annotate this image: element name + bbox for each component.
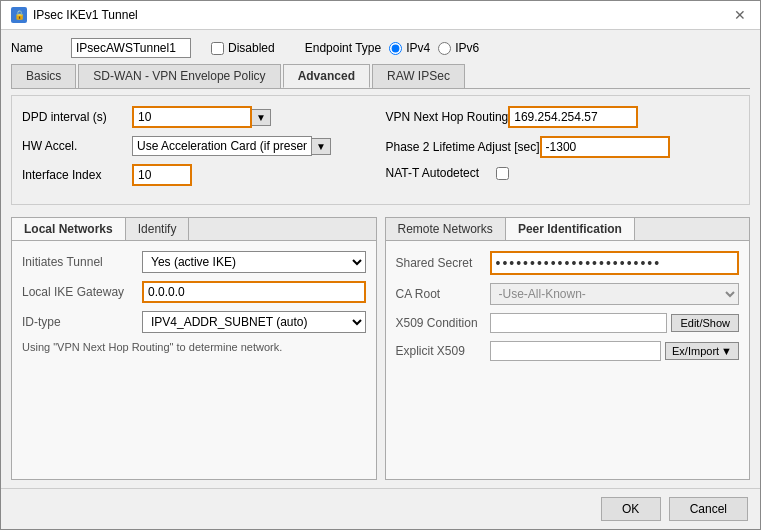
hw-accel-combo: ▼ <box>132 136 331 156</box>
hw-accel-label: HW Accel. <box>22 139 132 153</box>
tab-remote-networks[interactable]: Remote Networks <box>386 218 506 240</box>
ex-import-button[interactable]: Ex/Import ▼ <box>665 342 739 360</box>
dpd-input[interactable] <box>132 106 252 128</box>
advanced-section: DPD interval (s) ▼ HW Accel. ▼ <box>11 95 750 205</box>
interface-row: Interface Index <box>22 164 376 186</box>
local-panel-tabs: Local Networks Identify <box>12 218 376 241</box>
ca-root-row: CA Root -Use-All-Known- <box>396 283 740 305</box>
ok-button[interactable]: OK <box>601 497 661 521</box>
advanced-right-col: VPN Next Hop Routing Phase 2 Lifetime Ad… <box>386 106 740 194</box>
disabled-label: Disabled <box>228 41 275 55</box>
dpd-dropdown-btn[interactable]: ▼ <box>252 109 271 126</box>
dpd-label: DPD interval (s) <box>22 110 132 124</box>
window-icon: 🔒 <box>11 7 27 23</box>
remote-panel-content: Shared Secret CA Root -Use-All-Known- X5… <box>386 241 750 479</box>
id-type-select-wrap: IPV4_ADDR_SUBNET (auto) <box>142 311 366 333</box>
ipv6-radio[interactable] <box>438 42 451 55</box>
phase2-row: Phase 2 Lifetime Adjust [sec] <box>386 136 740 158</box>
hw-accel-dropdown-btn[interactable]: ▼ <box>312 138 331 155</box>
endpoint-group: Endpoint Type IPv4 IPv6 <box>305 41 480 55</box>
explicit-x509-input[interactable] <box>490 341 662 361</box>
dpd-combo: ▼ <box>132 106 271 128</box>
cancel-button[interactable]: Cancel <box>669 497 748 521</box>
x509-condition-row: X509 Condition Edit/Show <box>396 313 740 333</box>
remote-panel-tabs: Remote Networks Peer Identification <box>386 218 750 241</box>
shared-secret-row: Shared Secret <box>396 251 740 275</box>
ca-root-select[interactable]: -Use-All-Known- <box>490 283 740 305</box>
id-type-row: ID-type IPV4_ADDR_SUBNET (auto) <box>22 311 366 333</box>
local-networks-content: Initiates Tunnel Yes (active IKE) Local … <box>12 241 376 479</box>
main-tabs: Basics SD-WAN - VPN Envelope Policy Adva… <box>11 64 750 89</box>
phase2-label: Phase 2 Lifetime Adjust [sec] <box>386 140 540 154</box>
vpn-next-hop-row: VPN Next Hop Routing <box>386 106 740 128</box>
x509-condition-label: X509 Condition <box>396 316 486 330</box>
ca-root-label: CA Root <box>396 287 486 301</box>
main-window: 🔒 IPsec IKEv1 Tunnel ✕ Name Disabled End… <box>0 0 761 530</box>
tab-identify[interactable]: Identify <box>126 218 190 240</box>
nat-t-label: NAT-T Autodetect <box>386 166 496 180</box>
ex-import-arrow: ▼ <box>721 345 732 357</box>
ipv4-radio[interactable] <box>389 42 402 55</box>
ipv4-label: IPv4 <box>406 41 430 55</box>
initiates-tunnel-select-wrap: Yes (active IKE) <box>142 251 366 273</box>
local-networks-panel: Local Networks Identify Initiates Tunnel… <box>11 217 377 480</box>
initiates-tunnel-row: Initiates Tunnel Yes (active IKE) <box>22 251 366 273</box>
name-label: Name <box>11 41 51 55</box>
local-ike-label: Local IKE Gateway <box>22 285 142 299</box>
disabled-group: Disabled <box>211 41 275 55</box>
disabled-checkbox[interactable] <box>211 42 224 55</box>
id-type-select[interactable]: IPV4_ADDR_SUBNET (auto) <box>142 311 366 333</box>
ipv4-radio-group: IPv4 <box>389 41 430 55</box>
id-type-label: ID-type <box>22 315 142 329</box>
nat-t-checkbox[interactable] <box>496 167 509 180</box>
content-area: Name Disabled Endpoint Type IPv4 IPv6 <box>1 30 760 488</box>
tab-basics[interactable]: Basics <box>11 64 76 88</box>
shared-secret-input[interactable] <box>490 251 740 275</box>
tab-advanced[interactable]: Advanced <box>283 64 370 88</box>
name-input[interactable] <box>71 38 191 58</box>
edit-show-button[interactable]: Edit/Show <box>671 314 739 332</box>
initiates-tunnel-label: Initiates Tunnel <box>22 255 142 269</box>
tab-peer-identification[interactable]: Peer Identification <box>506 218 635 240</box>
nat-t-row: NAT-T Autodetect <box>386 166 740 180</box>
dpd-row: DPD interval (s) ▼ <box>22 106 376 128</box>
local-info-text: Using "VPN Next Hop Routing" to determin… <box>22 341 366 353</box>
initiates-tunnel-select[interactable]: Yes (active IKE) <box>142 251 366 273</box>
title-bar: 🔒 IPsec IKEv1 Tunnel ✕ <box>1 1 760 30</box>
vpn-next-hop-input[interactable] <box>508 106 638 128</box>
bottom-bar: OK Cancel <box>1 488 760 529</box>
tab-local-networks[interactable]: Local Networks <box>12 218 126 240</box>
phase2-input[interactable] <box>540 136 670 158</box>
ipv6-label: IPv6 <box>455 41 479 55</box>
interface-input[interactable] <box>132 164 192 186</box>
local-ike-input[interactable] <box>142 281 366 303</box>
local-ike-row: Local IKE Gateway <box>22 281 366 303</box>
hw-accel-input[interactable] <box>132 136 312 156</box>
shared-secret-label: Shared Secret <box>396 256 486 270</box>
advanced-two-col: DPD interval (s) ▼ HW Accel. ▼ <box>22 106 739 194</box>
close-button[interactable]: ✕ <box>730 7 750 23</box>
name-row: Name Disabled Endpoint Type IPv4 IPv6 <box>11 38 750 58</box>
vpn-next-hop-label: VPN Next Hop Routing <box>386 110 509 124</box>
advanced-left-col: DPD interval (s) ▼ HW Accel. ▼ <box>22 106 376 194</box>
tab-sdwan[interactable]: SD-WAN - VPN Envelope Policy <box>78 64 280 88</box>
endpoint-type-label: Endpoint Type <box>305 41 382 55</box>
hw-accel-row: HW Accel. ▼ <box>22 136 376 156</box>
window-title: IPsec IKEv1 Tunnel <box>33 8 138 22</box>
tab-raw-ipsec[interactable]: RAW IPSec <box>372 64 465 88</box>
remote-networks-panel: Remote Networks Peer Identification Shar… <box>385 217 751 480</box>
lower-section: Local Networks Identify Initiates Tunnel… <box>11 217 750 480</box>
x509-condition-input[interactable] <box>490 313 668 333</box>
interface-label: Interface Index <box>22 168 132 182</box>
explicit-x509-label: Explicit X509 <box>396 344 486 358</box>
explicit-x509-row: Explicit X509 Ex/Import ▼ <box>396 341 740 361</box>
ipv6-radio-group: IPv6 <box>438 41 479 55</box>
